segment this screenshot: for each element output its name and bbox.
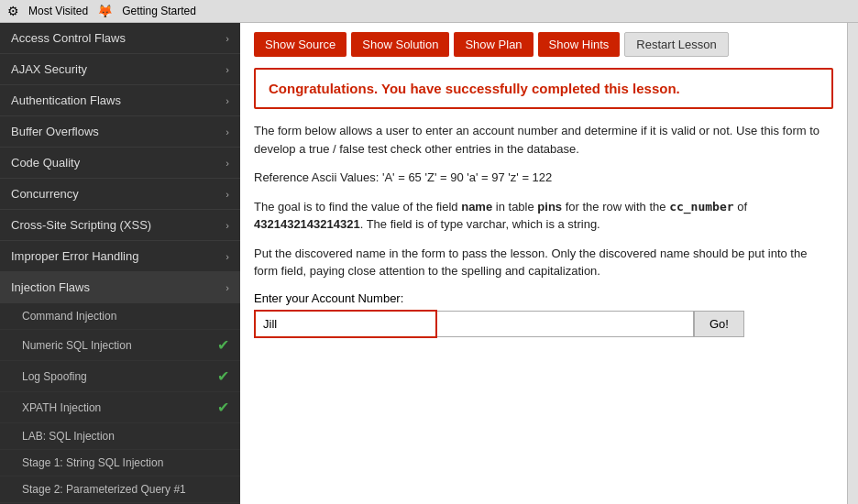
sidebar-subitem-log-spoofing[interactable]: Log Spoofing ✔ bbox=[0, 361, 240, 392]
subitem-label: Numeric SQL Injection bbox=[22, 339, 132, 352]
sidebar-item-concurrency[interactable]: Concurrency › bbox=[0, 179, 240, 210]
show-hints-button[interactable]: Show Hints bbox=[538, 32, 621, 57]
sidebar-item-injection-flaws[interactable]: Injection Flaws › bbox=[0, 272, 240, 303]
sidebar-subitem-xpath-injection[interactable]: XPATH Injection ✔ bbox=[0, 392, 240, 423]
para3-suffix: . The field is of type varchar, which is… bbox=[360, 217, 600, 231]
show-plan-button[interactable]: Show Plan bbox=[454, 32, 533, 57]
check-icon: ✔ bbox=[217, 399, 229, 416]
sidebar-subitem-numeric-sql[interactable]: Numeric SQL Injection ✔ bbox=[0, 330, 240, 361]
content-para-1: The form below allows a user to enter an… bbox=[254, 122, 833, 158]
sidebar-item-buffer-overflows[interactable]: Buffer Overflows › bbox=[0, 116, 240, 148]
content-para-4: Put the discovered name in the form to p… bbox=[254, 245, 833, 280]
sidebar-item-label: Code Quality bbox=[11, 156, 80, 170]
congrats-box: Congratulations. You have successfully c… bbox=[254, 68, 833, 109]
firefox-icon: 🦊 bbox=[97, 4, 113, 18]
sidebar-item-label: AJAX Security bbox=[11, 62, 87, 76]
check-icon: ✔ bbox=[217, 367, 229, 385]
para3-prefix: The goal is to find the value of the fie… bbox=[254, 200, 461, 214]
para3-middle3: of bbox=[734, 200, 747, 214]
sidebar: Access Control Flaws › AJAX Security › A… bbox=[0, 23, 240, 504]
subitem-label: Stage 1: String SQL Injection bbox=[22, 456, 163, 469]
subitem-label: XPATH Injection bbox=[22, 401, 101, 414]
scrollbar bbox=[847, 23, 858, 504]
content-para-2: Reference Ascii Values: 'A' = 65 'Z' = 9… bbox=[254, 169, 833, 187]
sidebar-item-code-quality[interactable]: Code Quality › bbox=[0, 148, 240, 179]
sidebar-item-xss[interactable]: Cross-Site Scripting (XSS) › bbox=[0, 210, 240, 241]
subitem-label: LAB: SQL Injection bbox=[22, 430, 115, 443]
subitem-label: Stage 2: Parameterized Query #1 bbox=[22, 483, 186, 496]
getting-started-label: Getting Started bbox=[122, 5, 196, 17]
gear-icon: ⚙ bbox=[7, 4, 19, 18]
chevron-right-icon: › bbox=[226, 33, 229, 44]
para3-field: name bbox=[461, 200, 492, 214]
sidebar-item-label: Buffer Overflows bbox=[11, 125, 99, 138]
subitem-label: Log Spoofing bbox=[22, 370, 87, 383]
content-para-3: The goal is to find the value of the fie… bbox=[254, 198, 833, 234]
sidebar-item-label: Improper Error Handling bbox=[11, 249, 138, 263]
sidebar-subitem-lab-sql[interactable]: LAB: SQL Injection bbox=[0, 423, 240, 450]
chevron-right-icon: › bbox=[226, 251, 229, 262]
form-row: Go! bbox=[254, 310, 833, 338]
sidebar-item-improper-error[interactable]: Improper Error Handling › bbox=[0, 241, 240, 272]
account-form: Enter your Account Number: Go! bbox=[254, 291, 833, 338]
account-number-input[interactable] bbox=[254, 310, 437, 338]
chevron-right-icon: › bbox=[226, 64, 229, 75]
sidebar-item-auth-flaws[interactable]: Authentication Flaws › bbox=[0, 85, 240, 116]
para3-middle2: for the row with the bbox=[562, 200, 669, 214]
sidebar-item-ajax-security[interactable]: AJAX Security › bbox=[0, 54, 240, 85]
browser-bar: ⚙ Most Visited 🦊 Getting Started bbox=[0, 0, 858, 23]
sidebar-item-access-control[interactable]: Access Control Flaws › bbox=[0, 23, 240, 54]
para3-middle: in table bbox=[492, 200, 537, 214]
para3-field2: cc_number bbox=[669, 200, 733, 214]
chevron-right-icon: › bbox=[226, 158, 229, 169]
show-source-button[interactable]: Show Source bbox=[254, 32, 346, 57]
main-layout: Access Control Flaws › AJAX Security › A… bbox=[0, 23, 858, 504]
chevron-right-icon: › bbox=[226, 220, 229, 231]
sidebar-item-label: Authentication Flaws bbox=[11, 93, 121, 107]
chevron-right-icon: › bbox=[226, 126, 229, 137]
sidebar-item-label: Injection Flaws bbox=[11, 280, 90, 294]
most-visited-label: Most Visited bbox=[28, 5, 88, 17]
congrats-message: Congratulations. You have successfully c… bbox=[269, 81, 680, 96]
para3-number: 4321432143214321 bbox=[254, 217, 360, 231]
para3-table: pins bbox=[537, 200, 562, 214]
go-button[interactable]: Go! bbox=[694, 311, 744, 337]
sidebar-item-label: Cross-Site Scripting (XSS) bbox=[11, 218, 151, 232]
sidebar-item-label: Access Control Flaws bbox=[11, 31, 126, 45]
content-area: Show Source Show Solution Show Plan Show… bbox=[240, 23, 847, 504]
sidebar-item-label: Concurrency bbox=[11, 187, 79, 201]
chevron-right-icon: › bbox=[226, 282, 229, 293]
sidebar-subitem-stage2[interactable]: Stage 2: Parameterized Query #1 bbox=[0, 477, 240, 503]
account-number-input-ext[interactable] bbox=[437, 311, 694, 337]
sidebar-subitem-command-injection[interactable]: Command Injection bbox=[0, 303, 240, 330]
show-solution-button[interactable]: Show Solution bbox=[351, 32, 449, 57]
chevron-right-icon: › bbox=[226, 189, 229, 200]
sidebar-subitem-stage1[interactable]: Stage 1: String SQL Injection bbox=[0, 450, 240, 477]
restart-lesson-button[interactable]: Restart Lesson bbox=[624, 32, 728, 57]
form-label: Enter your Account Number: bbox=[254, 291, 833, 305]
chevron-right-icon: › bbox=[226, 95, 229, 106]
check-icon: ✔ bbox=[217, 336, 229, 354]
subitem-label: Command Injection bbox=[22, 310, 116, 323]
toolbar: Show Source Show Solution Show Plan Show… bbox=[254, 32, 833, 57]
